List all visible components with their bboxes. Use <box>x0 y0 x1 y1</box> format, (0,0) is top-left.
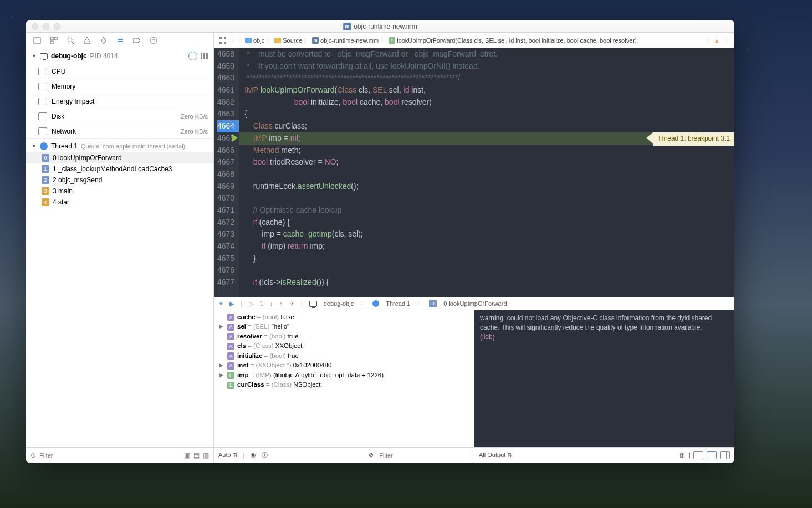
line-number[interactable]: 4663 <box>217 108 234 120</box>
code-line[interactable]: if (cache) { <box>239 217 734 229</box>
debugbar-frame[interactable]: 0 lookUpImpOrForward <box>443 300 507 307</box>
line-number[interactable]: 4668 <box>217 168 234 181</box>
code-line[interactable]: runtimeLock.assertUnlocked(); <box>239 181 734 193</box>
code-line[interactable]: { <box>239 108 734 120</box>
code-line[interactable] <box>239 192 734 204</box>
step-out-icon[interactable]: ↑ <box>279 300 283 307</box>
stack-frame-row[interactable]: 00 lookUpImpOrForward <box>26 152 213 163</box>
minimize-icon[interactable] <box>43 23 49 30</box>
code-line[interactable] <box>239 168 734 181</box>
variable-row[interactable]: Acls = (Class) XXObject <box>217 341 471 351</box>
code-line[interactable]: if (imp) return imp; <box>239 240 734 253</box>
continue-icon[interactable]: ▷ <box>249 300 253 307</box>
debug-view-icon[interactable]: ✈ <box>289 300 294 307</box>
code-line[interactable]: // Optimistic cache lookup <box>239 204 734 217</box>
line-number[interactable]: 4659 <box>217 60 234 73</box>
line-number[interactable]: 4674 <box>217 240 234 253</box>
line-number[interactable]: 4667 <box>217 156 234 168</box>
breakpoint-annotation[interactable]: Thread 1: breakpoint 3.1 <box>653 132 734 146</box>
code-line[interactable]: Class curClass; <box>239 120 734 132</box>
trash-icon[interactable]: 🗑 <box>679 451 685 459</box>
hide-debug-icon[interactable]: ▾ <box>219 300 223 307</box>
gauge-row[interactable]: DiskZero KB/s <box>26 109 213 124</box>
jump-file[interactable]: mobjc-runtime-new.mm <box>312 37 379 44</box>
line-number[interactable]: 4677 <box>217 276 234 289</box>
process-row[interactable]: ▼ debug-objc PID 4014 <box>26 48 213 64</box>
issue-nav-icon[interactable] <box>83 36 91 45</box>
search-icon[interactable] <box>66 36 75 45</box>
jump-symbol[interactable]: flookUpImpOrForward(Class cls, SEL sel, … <box>389 37 636 44</box>
line-number[interactable]: 4660 <box>217 72 234 84</box>
code-editor[interactable]: 4658465946604661466246634664466546664667… <box>214 48 734 297</box>
disclosure-icon[interactable]: ▶ <box>219 372 223 378</box>
breakpoints-icon[interactable]: ▶ <box>229 300 234 307</box>
code-line[interactable]: bool triedResolver = NO; <box>239 156 734 168</box>
breakpoint-nav-icon[interactable] <box>132 36 141 45</box>
variables-list[interactable]: Acache = (bool) false▶Asel = (SEL) "hell… <box>214 310 474 447</box>
jump-folder[interactable]: Source <box>274 37 302 44</box>
code-line[interactable]: * must be converted to _objc_msgForward … <box>239 48 734 60</box>
disclosure-icon[interactable]: ▶ <box>219 324 223 329</box>
filter-input[interactable] <box>39 452 181 459</box>
gauge-row[interactable]: Energy Impact <box>26 94 213 109</box>
clear-icon[interactable]: ⊘ <box>30 451 36 459</box>
gauge-row[interactable]: NetworkZero KB/s <box>26 124 213 139</box>
code-line[interactable] <box>239 264 734 276</box>
jump-project[interactable]: objc <box>245 37 264 44</box>
forward-button[interactable]: 〉 <box>237 37 243 44</box>
stack-frame-row[interactable]: 22 objc_msgSend <box>26 175 213 186</box>
next-issue-icon[interactable]: 〉 <box>724 37 730 44</box>
thread-row[interactable]: ▼ Thread 1 Queue: com.apple.main-thread … <box>26 139 213 152</box>
variable-row[interactable]: Acache = (bool) false <box>217 312 471 322</box>
code-line[interactable]: if (!cls->isRealized()) { <box>239 276 734 289</box>
disclosure-icon[interactable]: ▼ <box>32 53 37 59</box>
gauge-row[interactable]: Memory <box>26 79 213 94</box>
line-number[interactable]: 4658 <box>217 48 234 60</box>
close-icon[interactable] <box>32 23 38 30</box>
code-line[interactable]: } <box>239 253 734 265</box>
variable-row[interactable]: ▶Asel = (SEL) "hello" <box>217 322 471 331</box>
layout-right-icon[interactable] <box>720 451 730 459</box>
symbol-nav-icon[interactable] <box>49 36 58 45</box>
line-number[interactable]: 4664 <box>217 120 239 132</box>
code-line[interactable]: ****************************************… <box>239 72 734 84</box>
debugbar-thread[interactable]: Thread 1 <box>386 300 410 307</box>
stack-frame-row[interactable]: 11 _class_lookupMethodAndLoadCache3 <box>26 163 213 175</box>
debug-nav-icon[interactable] <box>116 36 125 45</box>
line-number[interactable]: 4666 <box>217 145 234 157</box>
debugbar-process[interactable]: debug-objc <box>324 300 354 307</box>
quicklook-icon[interactable]: ◉ <box>251 451 256 459</box>
layout-left-icon[interactable] <box>693 451 703 459</box>
line-number[interactable]: 4676 <box>217 264 234 276</box>
line-number[interactable]: 4670 <box>217 192 234 204</box>
variable-row[interactable]: ▶Limp = (IMP) (libobjc.A.dylib`_objc_opt… <box>217 371 471 380</box>
code-line[interactable]: imp = cache_getImp(cls, sel); <box>239 228 734 240</box>
disclosure-icon[interactable]: ▶ <box>219 362 223 368</box>
related-items-icon[interactable] <box>218 36 227 45</box>
code-line[interactable]: IMP lookUpImpOrForward(Class cls, SEL se… <box>239 84 734 96</box>
layout-both-icon[interactable] <box>707 451 717 459</box>
step-into-icon[interactable]: ↓ <box>270 300 273 307</box>
variable-row[interactable]: LcurClass = (Class) NSObject <box>217 380 471 389</box>
stack-frame-row[interactable]: 44 start <box>26 197 213 208</box>
scope3-icon[interactable]: ▥ <box>203 451 209 459</box>
project-nav-icon[interactable] <box>33 36 42 45</box>
stack-frame-row[interactable]: 33 main <box>26 186 213 197</box>
gauge-row[interactable]: CPU <box>26 64 213 79</box>
report-nav-icon[interactable] <box>149 36 158 45</box>
line-number[interactable]: 4673 <box>217 228 234 240</box>
code-line[interactable]: bool initialize, bool cache, bool resolv… <box>239 96 734 109</box>
line-number[interactable]: 4671 <box>217 204 234 217</box>
variable-row[interactable]: Ainitialize = (bool) true <box>217 351 471 361</box>
output-scope-selector[interactable]: All Output ⇅ <box>479 451 512 459</box>
back-button[interactable]: 〈 <box>229 37 235 44</box>
step-over-icon[interactable]: ⤵ <box>260 300 263 307</box>
line-number[interactable]: 4675 <box>217 253 234 265</box>
disclosure-icon[interactable]: ▼ <box>32 143 37 149</box>
print-icon[interactable]: ⓘ <box>262 451 268 459</box>
code-line[interactable]: IMP imp = nil;Thread 1: breakpoint 3.1 <box>239 132 734 145</box>
variable-row[interactable]: Aresolver = (bool) true <box>217 332 471 341</box>
test-nav-icon[interactable] <box>99 36 108 45</box>
profile-icon[interactable] <box>188 52 197 60</box>
line-number[interactable]: 4662 <box>217 96 234 109</box>
